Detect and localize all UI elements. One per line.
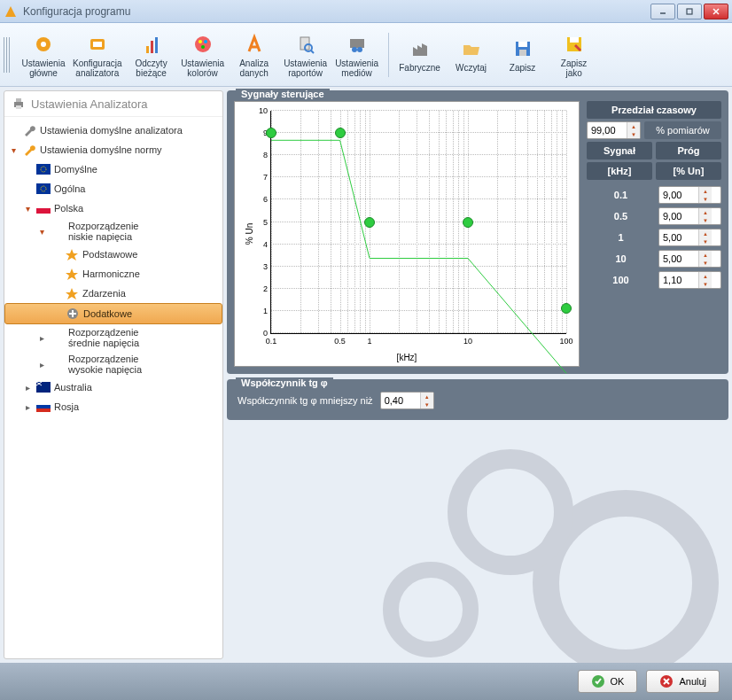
star-icon xyxy=(65,286,79,300)
expand-icon[interactable]: ▸ xyxy=(22,402,33,412)
window-title: Konfiguracja programu xyxy=(23,5,650,18)
star-icon xyxy=(65,267,79,281)
spin-up[interactable]: ▲ xyxy=(699,208,712,216)
expand-icon[interactable]: ▸ xyxy=(36,360,47,369)
toolbar-fabr[interactable]: Fabryczne xyxy=(394,27,446,83)
percent-input[interactable]: ▲▼ xyxy=(587,121,641,139)
screen-orange-icon xyxy=(85,32,110,57)
tree-item[interactable]: ▾Ustawienia domyślne normy xyxy=(4,140,222,159)
tg-field[interactable] xyxy=(381,393,420,408)
toolbar-odczyty[interactable]: Odczytybieżące xyxy=(126,27,177,83)
un-input-0[interactable]: ▲▼ xyxy=(658,186,721,204)
un-input-1[interactable]: ▲▼ xyxy=(658,207,721,225)
spin-down[interactable]: ▼ xyxy=(699,216,712,224)
un-field[interactable] xyxy=(659,273,698,287)
ytick: 5 xyxy=(263,218,268,227)
tree-item[interactable]: Harmoniczne xyxy=(4,264,222,284)
spin-up[interactable]: ▲ xyxy=(627,122,640,130)
svg-point-12 xyxy=(201,45,205,49)
signals-panel: Przedział czasowy ▲▼ % pomiarów Sygnał P… xyxy=(587,101,721,367)
expand-icon[interactable]: ▸ xyxy=(36,333,47,343)
expand-icon[interactable]: ▾ xyxy=(36,227,47,237)
toolbar-zapisz-jako[interactable]: Zapiszjako xyxy=(549,27,600,83)
tree-label: Harmoniczne xyxy=(82,268,140,279)
un-input-4[interactable]: ▲▼ xyxy=(658,271,721,289)
tree-item[interactable]: ▸Rozporządzeniewysokie napięcia xyxy=(4,351,222,377)
spin-up[interactable]: ▲ xyxy=(699,229,712,237)
tree-item[interactable]: ▾Polska xyxy=(4,198,222,218)
tree-label: Rozporządzenieniskie napięcia xyxy=(68,221,139,242)
expand-icon[interactable]: ▾ xyxy=(22,204,33,214)
toolbar-analiza[interactable]: Analizadanych xyxy=(229,27,280,83)
chart-ylabel: % Un xyxy=(245,223,254,245)
toolbar-label: Odczytybieżące xyxy=(136,58,167,78)
maximize-button[interactable] xyxy=(677,4,702,19)
minimize-button[interactable] xyxy=(650,4,675,19)
tree-item[interactable]: Zdarzenia xyxy=(4,284,222,303)
toolbar-ust-rap[interactable]: Ustawieniaraportów xyxy=(280,27,331,83)
svg-rect-26 xyxy=(16,105,21,109)
spin-up[interactable]: ▲ xyxy=(699,187,712,195)
ok-button[interactable]: OK xyxy=(578,670,638,693)
flag-eu-icon xyxy=(36,182,51,196)
cancel-button[interactable]: Anuluj xyxy=(646,670,720,693)
spin-up[interactable]: ▲ xyxy=(699,272,712,280)
svg-rect-27 xyxy=(36,164,51,175)
tree-item[interactable]: Ogólna xyxy=(4,179,222,198)
factory-icon xyxy=(408,36,432,61)
toolbar-wczytaj[interactable]: Wczytaj xyxy=(446,27,497,83)
spin-down[interactable]: ▼ xyxy=(699,259,712,267)
toolbar-konf-anal[interactable]: Konfiguracjaanalizatora xyxy=(69,27,126,83)
svg-point-17 xyxy=(352,47,357,52)
tree-item[interactable]: ▸Rosja xyxy=(4,397,222,416)
expand-icon[interactable]: ▾ xyxy=(8,145,19,155)
footer: OK Anuluj xyxy=(0,663,732,700)
tree-item[interactable]: Dodatkowe xyxy=(4,303,222,324)
tree-item[interactable]: Domyślne xyxy=(4,159,222,179)
spin-up[interactable]: ▲ xyxy=(699,251,712,259)
tree-item[interactable]: ▾Rozporządzenieniskie napięcia xyxy=(4,218,222,245)
star-icon xyxy=(65,247,79,261)
chart-point xyxy=(561,303,572,314)
toolbar-grip xyxy=(4,37,11,73)
un-field[interactable] xyxy=(659,252,698,266)
spin-up[interactable]: ▲ xyxy=(421,393,433,401)
svg-line-15 xyxy=(311,51,314,53)
svg-rect-25 xyxy=(16,98,21,102)
ytick: 6 xyxy=(263,195,268,204)
spin-down[interactable]: ▼ xyxy=(699,237,712,245)
tg-input[interactable]: ▲▼ xyxy=(380,392,434,409)
doc-search-icon xyxy=(293,32,318,57)
toolbar-ust-kolor[interactable]: Ustawieniakolorów xyxy=(177,27,229,83)
media-icon xyxy=(345,32,370,57)
toolbar-ust-glowne[interactable]: Ustawieniagłówne xyxy=(18,27,69,83)
spin-down[interactable]: ▼ xyxy=(627,130,640,138)
svg-rect-7 xyxy=(151,41,153,53)
tree-item[interactable]: Podstawowe xyxy=(4,245,222,264)
un-input-3[interactable]: ▲▼ xyxy=(658,250,721,268)
close-button[interactable] xyxy=(704,4,728,19)
svg-rect-8 xyxy=(155,37,158,53)
toolbar-zapisz[interactable]: Zapisz xyxy=(497,27,549,83)
tree-item[interactable]: ▸Australia xyxy=(4,377,222,397)
svg-rect-1 xyxy=(687,9,692,14)
tree-item[interactable]: Ustawienia domyślne analizatora xyxy=(4,121,222,140)
signals-groupbox: Sygnały sterujące % Un [kHz] 01234567891… xyxy=(227,90,728,374)
disk-icon xyxy=(510,36,535,61)
spin-down[interactable]: ▼ xyxy=(699,280,712,288)
tg-groupbox: Współczynnik tg φ Współczynnik tg φ mnie… xyxy=(227,379,728,420)
expand-icon[interactable]: ▸ xyxy=(22,383,33,393)
tree-label: Rosja xyxy=(54,401,79,412)
un-field[interactable] xyxy=(659,209,698,223)
un-input-2[interactable]: ▲▼ xyxy=(658,229,721,246)
toolbar-label: Wczytaj xyxy=(456,63,487,73)
toolbar-label: Fabryczne xyxy=(399,63,440,73)
un-field[interactable] xyxy=(659,188,698,202)
toolbar-ust-med[interactable]: Ustawieniamediów xyxy=(331,27,383,83)
ytick: 2 xyxy=(263,284,268,293)
percent-field[interactable] xyxy=(588,123,627,137)
spin-down[interactable]: ▼ xyxy=(421,401,433,408)
un-field[interactable] xyxy=(659,230,698,245)
tree-item[interactable]: ▸Rozporządzenieśrednie napięcia xyxy=(4,324,222,351)
spin-down[interactable]: ▼ xyxy=(699,195,712,203)
